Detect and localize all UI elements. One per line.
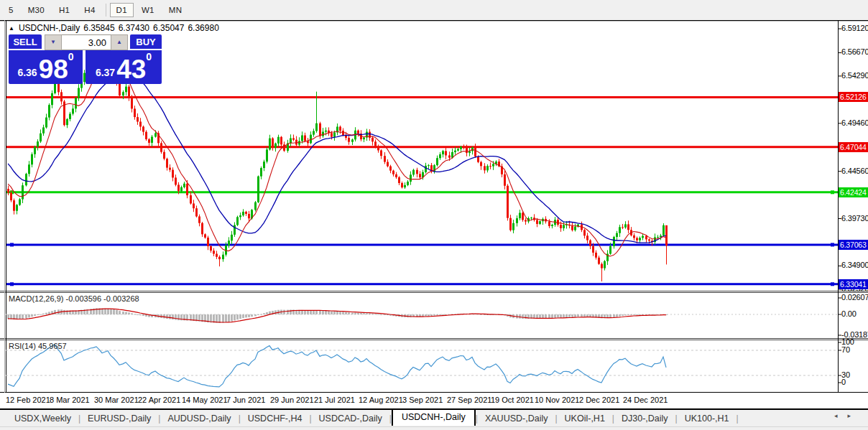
chart-window: ▲ USDCNH-,Daily 6.35845 6.37430 6.35047 … [0,20,868,408]
date-tick-label: 22 Apr 2021 [138,396,180,404]
sell-price-small: 6.36 [17,67,37,78]
chart-tab-bar: USDX,Weekly|EURUSD-,Daily|AUDUSD-,Daily|… [0,408,868,426]
timeframe-button-w1[interactable]: W1 [135,3,161,17]
axis-tick-label: 0.00 [841,309,857,319]
date-tick-label: 3 Sep 2021 [402,396,443,404]
price-level-tag: 6.33041 [839,279,868,289]
quote-open: 6.35845 [83,23,114,33]
date-tick-label: 7 Jun 2021 [226,396,265,404]
date-tick-label: 21 Jul 2021 [314,396,355,404]
sell-button[interactable]: SELL [9,34,42,50]
date-tick-label: 2 Dec 2021 [579,396,619,404]
date-tick-label: 24 Dec 2021 [623,396,668,404]
macd-indicator-label: MACD(12,26,9) -0.003596 -0.003268 [9,294,139,303]
chart-tab-uk100-h1[interactable]: UK100-,H1 [678,412,737,425]
chart-tab-usdcnh-daily[interactable]: USDCNH-,Daily [392,408,476,426]
volume-decrease-button[interactable]: ▼ [45,34,62,50]
timeframe-toolbar: 5M30H1H4D1W1MN [0,0,868,20]
buy-price-big: 43 [116,57,146,81]
date-tick-label: 14 May 2021 [182,396,228,404]
date-axis: 12 Feb 20218 Mar 202130 Mar 202122 Apr 2… [0,393,838,408]
price-axis: 6.591206.566706.542906.494606.445606.397… [839,20,868,408]
one-click-trading-panel: SELL ▼ ▲ BUY 6.36980 6.37430 [7,34,162,104]
price-level-tag: 6.37063 [839,240,868,250]
symbol-label: USDCNH-,Daily [19,23,80,33]
axis-tick-label: 6.54290 [841,71,868,80]
timeframe-button-m30[interactable]: M30 [22,3,51,17]
buy-price-small: 6.37 [96,67,115,78]
sell-price-display[interactable]: 6.36980 [9,50,83,84]
sell-price-sup: 0 [68,51,74,62]
date-tick-label: 12 Feb 2021 [6,396,50,404]
axis-tick-label: 0.02607 [841,293,868,302]
price-level-tag: 6.52126 [839,92,868,102]
timeframe-button-5[interactable]: 5 [2,3,20,17]
volume-increase-button[interactable]: ▲ [111,34,128,50]
price-level-tag: 6.47044 [839,142,868,152]
sell-price-big: 98 [39,57,68,81]
axis-tick-label: 6.56670 [841,47,868,57]
chevron-down-icon: ▼ [50,39,56,45]
quote-low: 6.35047 [153,23,184,33]
chart-tab-xauusd-daily[interactable]: XAUUSD-,Daily [478,412,555,425]
date-tick-label: 29 Jun 2021 [270,396,314,404]
chart-tab-usdchf-h4[interactable]: USDCHF-,H4 [241,412,310,425]
timeframe-button-h4[interactable]: H4 [78,3,101,17]
date-tick-label: 10 Nov 2021 [535,396,579,404]
date-tick-label: 27 Sep 2021 [447,396,491,404]
volume-spinner: ▼ ▲ [45,34,128,50]
toolbar-separator [106,4,106,17]
collapse-panel-icon[interactable]: ▲ [9,25,14,32]
axis-tick-label: 6.34900 [841,261,868,270]
chart-tab-usdcad-daily[interactable]: USDCAD-,Daily [312,412,389,425]
quote-header: ▲ USDCNH-,Daily 6.35845 6.37430 6.35047 … [9,23,223,33]
timeframe-button-d1[interactable]: D1 [110,3,134,17]
tab-separator: | [737,413,739,424]
trade-buttons-row: SELL ▼ ▲ BUY [7,34,162,50]
price-level-tag: 6.42424 [839,187,868,197]
chart-tab-dj30-daily[interactable]: DJ30-,Daily [614,412,675,425]
axis-tick-label: 0 [841,378,846,387]
date-tick-label: 8 Mar 2021 [50,396,90,404]
buy-button[interactable]: BUY [130,34,162,50]
buy-price-display[interactable]: 6.37430 [86,50,162,84]
buy-price-sup: 0 [146,51,152,62]
timeframe-button-mn[interactable]: MN [162,3,189,17]
trade-prices-row: 6.36980 6.37430 [7,50,162,84]
chart-tab-audusd-daily[interactable]: AUDUSD-,Daily [160,412,238,425]
axis-tick-label: 6.59120 [841,24,868,33]
chevron-up-icon: ▲ [116,39,122,45]
quote-high: 6.37430 [119,23,149,33]
date-tick-label: 30 Mar 2021 [94,396,139,404]
axis-tick-label: 6.49460 [841,118,868,128]
volume-input[interactable] [62,34,111,50]
chart-tab-usdx-weekly[interactable]: USDX,Weekly [7,412,78,425]
rsi-indicator-label: RSI(14) 45.9657 [9,342,67,350]
date-tick-label: 19 Oct 2021 [491,396,534,404]
status-strip [0,426,868,430]
date-tick-label: 12 Aug 2021 [359,396,403,404]
timeframe-button-h1[interactable]: H1 [52,3,76,17]
axis-tick-label: 6.39730 [841,214,868,223]
chart-tab-ukoil-h1[interactable]: UKOil-,H1 [558,412,612,425]
tab-scroll-arrows[interactable]: ◂▸ [834,412,861,419]
chart-tab-eurusd-daily[interactable]: EURUSD-,Daily [80,412,158,425]
axis-tick-label: 6.44560 [841,167,868,176]
quote-close: 6.36980 [188,23,218,33]
axis-tick-label: 70 [841,345,850,355]
